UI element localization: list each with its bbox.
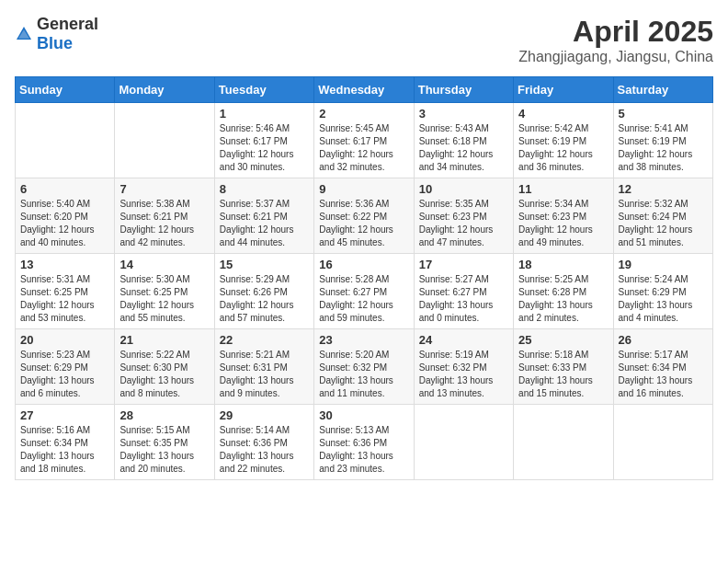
calendar-body: 1Sunrise: 5:46 AM Sunset: 6:17 PM Daylig… — [16, 103, 713, 480]
day-number: 27 — [20, 408, 109, 422]
calendar-week-row: 13Sunrise: 5:31 AM Sunset: 6:25 PM Dayli… — [16, 254, 713, 329]
calendar-day-cell: 5Sunrise: 5:41 AM Sunset: 6:19 PM Daylig… — [613, 103, 712, 178]
calendar-week-row: 27Sunrise: 5:16 AM Sunset: 6:34 PM Dayli… — [16, 405, 713, 480]
calendar-day-cell: 16Sunrise: 5:28 AM Sunset: 6:27 PM Dayli… — [314, 254, 414, 329]
calendar-day-cell: 13Sunrise: 5:31 AM Sunset: 6:25 PM Dayli… — [16, 254, 115, 329]
day-number: 10 — [419, 182, 508, 196]
day-info: Sunrise: 5:28 AM Sunset: 6:27 PM Dayligh… — [319, 273, 408, 325]
day-info: Sunrise: 5:41 AM Sunset: 6:19 PM Dayligh… — [619, 122, 708, 174]
logo: General Blue — [15, 15, 98, 53]
day-number: 19 — [619, 258, 708, 271]
calendar-day-cell: 21Sunrise: 5:22 AM Sunset: 6:30 PM Dayli… — [115, 329, 214, 405]
day-number: 5 — [619, 107, 708, 121]
day-info: Sunrise: 5:24 AM Sunset: 6:29 PM Dayligh… — [619, 273, 708, 325]
calendar-day-cell — [613, 405, 712, 480]
calendar-day-cell: 18Sunrise: 5:25 AM Sunset: 6:28 PM Dayli… — [514, 254, 613, 329]
day-number: 23 — [319, 333, 408, 347]
calendar-day-cell — [414, 405, 513, 480]
calendar-day-cell: 22Sunrise: 5:21 AM Sunset: 6:31 PM Dayli… — [214, 329, 313, 405]
calendar-day-cell: 29Sunrise: 5:14 AM Sunset: 6:36 PM Dayli… — [214, 405, 313, 480]
location-title: Zhangjiagang, Jiangsu, China — [518, 49, 713, 65]
calendar-table: SundayMondayTuesdayWednesdayThursdayFrid… — [15, 76, 713, 480]
day-number: 20 — [20, 333, 109, 347]
calendar-day-cell: 20Sunrise: 5:23 AM Sunset: 6:29 PM Dayli… — [16, 329, 115, 405]
day-info: Sunrise: 5:40 AM Sunset: 6:20 PM Dayligh… — [20, 198, 109, 249]
day-number: 11 — [518, 182, 608, 196]
day-info: Sunrise: 5:35 AM Sunset: 6:23 PM Dayligh… — [419, 198, 508, 249]
calendar-day-cell: 1Sunrise: 5:46 AM Sunset: 6:17 PM Daylig… — [214, 103, 313, 178]
day-number: 7 — [119, 182, 209, 196]
day-info: Sunrise: 5:17 AM Sunset: 6:34 PM Dayligh… — [619, 349, 708, 400]
calendar-day-cell: 17Sunrise: 5:27 AM Sunset: 6:27 PM Dayli… — [414, 254, 513, 329]
calendar-day-cell: 9Sunrise: 5:36 AM Sunset: 6:22 PM Daylig… — [314, 178, 414, 254]
day-number: 21 — [119, 333, 209, 347]
day-number: 17 — [419, 258, 508, 271]
day-info: Sunrise: 5:45 AM Sunset: 6:17 PM Dayligh… — [319, 122, 408, 174]
calendar-day-cell: 12Sunrise: 5:32 AM Sunset: 6:24 PM Dayli… — [613, 178, 712, 254]
calendar-day-cell: 6Sunrise: 5:40 AM Sunset: 6:20 PM Daylig… — [16, 178, 115, 254]
calendar-day-cell — [514, 405, 613, 480]
day-info: Sunrise: 5:42 AM Sunset: 6:19 PM Dayligh… — [518, 122, 608, 174]
day-info: Sunrise: 5:31 AM Sunset: 6:25 PM Dayligh… — [20, 273, 109, 325]
calendar-day-cell: 4Sunrise: 5:42 AM Sunset: 6:19 PM Daylig… — [514, 103, 613, 178]
day-info: Sunrise: 5:38 AM Sunset: 6:21 PM Dayligh… — [119, 198, 209, 249]
day-number: 9 — [319, 182, 408, 196]
day-number: 6 — [20, 182, 109, 196]
day-info: Sunrise: 5:46 AM Sunset: 6:17 PM Dayligh… — [220, 122, 309, 174]
day-number: 2 — [319, 107, 408, 121]
day-number: 16 — [319, 258, 408, 271]
calendar-day-cell: 15Sunrise: 5:29 AM Sunset: 6:26 PM Dayli… — [214, 254, 313, 329]
day-number: 25 — [518, 333, 608, 347]
day-info: Sunrise: 5:27 AM Sunset: 6:27 PM Dayligh… — [419, 273, 508, 325]
day-info: Sunrise: 5:15 AM Sunset: 6:35 PM Dayligh… — [119, 424, 209, 476]
day-info: Sunrise: 5:19 AM Sunset: 6:32 PM Dayligh… — [419, 349, 508, 400]
day-number: 26 — [619, 333, 708, 347]
logo-blue-text: Blue — [37, 34, 73, 52]
calendar-day-header: Friday — [514, 77, 613, 103]
calendar-week-row: 1Sunrise: 5:46 AM Sunset: 6:17 PM Daylig… — [16, 103, 713, 178]
calendar-day-cell: 27Sunrise: 5:16 AM Sunset: 6:34 PM Dayli… — [16, 405, 115, 480]
logo-general-text: General — [37, 15, 98, 33]
calendar-day-header: Tuesday — [214, 77, 313, 103]
title-area: April 2025 Zhangjiagang, Jiangsu, China — [518, 15, 713, 65]
day-number: 30 — [319, 408, 408, 422]
day-number: 18 — [518, 258, 608, 271]
calendar-day-cell: 25Sunrise: 5:18 AM Sunset: 6:33 PM Dayli… — [514, 329, 613, 405]
day-info: Sunrise: 5:25 AM Sunset: 6:28 PM Dayligh… — [518, 273, 608, 325]
day-info: Sunrise: 5:23 AM Sunset: 6:29 PM Dayligh… — [20, 349, 109, 400]
day-info: Sunrise: 5:20 AM Sunset: 6:32 PM Dayligh… — [319, 349, 408, 400]
calendar-day-cell: 26Sunrise: 5:17 AM Sunset: 6:34 PM Dayli… — [613, 329, 712, 405]
calendar-day-cell: 30Sunrise: 5:13 AM Sunset: 6:36 PM Dayli… — [314, 405, 414, 480]
day-number: 12 — [619, 182, 708, 196]
day-number: 4 — [518, 107, 608, 121]
day-number: 29 — [220, 408, 309, 422]
day-info: Sunrise: 5:43 AM Sunset: 6:18 PM Dayligh… — [419, 122, 508, 174]
calendar-header-row: SundayMondayTuesdayWednesdayThursdayFrid… — [16, 77, 713, 103]
day-info: Sunrise: 5:14 AM Sunset: 6:36 PM Dayligh… — [220, 424, 309, 476]
day-number: 28 — [119, 408, 209, 422]
day-info: Sunrise: 5:36 AM Sunset: 6:22 PM Dayligh… — [319, 198, 408, 249]
calendar-day-cell: 23Sunrise: 5:20 AM Sunset: 6:32 PM Dayli… — [314, 329, 414, 405]
calendar-day-cell: 14Sunrise: 5:30 AM Sunset: 6:25 PM Dayli… — [115, 254, 214, 329]
calendar-day-cell: 10Sunrise: 5:35 AM Sunset: 6:23 PM Dayli… — [414, 178, 513, 254]
day-number: 14 — [119, 258, 209, 271]
day-number: 3 — [419, 107, 508, 121]
day-info: Sunrise: 5:34 AM Sunset: 6:23 PM Dayligh… — [518, 198, 608, 249]
calendar-day-cell — [115, 103, 214, 178]
calendar-day-header: Thursday — [414, 77, 513, 103]
calendar-day-cell: 19Sunrise: 5:24 AM Sunset: 6:29 PM Dayli… — [613, 254, 712, 329]
calendar-day-header: Saturday — [613, 77, 712, 103]
calendar-week-row: 20Sunrise: 5:23 AM Sunset: 6:29 PM Dayli… — [16, 329, 713, 405]
day-info: Sunrise: 5:13 AM Sunset: 6:36 PM Dayligh… — [319, 424, 408, 476]
day-info: Sunrise: 5:18 AM Sunset: 6:33 PM Dayligh… — [518, 349, 608, 400]
calendar-day-header: Monday — [115, 77, 214, 103]
calendar-day-header: Sunday — [16, 77, 115, 103]
day-info: Sunrise: 5:22 AM Sunset: 6:30 PM Dayligh… — [119, 349, 209, 400]
calendar-day-cell: 7Sunrise: 5:38 AM Sunset: 6:21 PM Daylig… — [115, 178, 214, 254]
day-info: Sunrise: 5:21 AM Sunset: 6:31 PM Dayligh… — [220, 349, 309, 400]
calendar-day-cell: 11Sunrise: 5:34 AM Sunset: 6:23 PM Dayli… — [514, 178, 613, 254]
day-number: 13 — [20, 258, 109, 271]
day-number: 15 — [220, 258, 309, 271]
day-number: 24 — [419, 333, 508, 347]
logo-icon — [15, 25, 33, 43]
